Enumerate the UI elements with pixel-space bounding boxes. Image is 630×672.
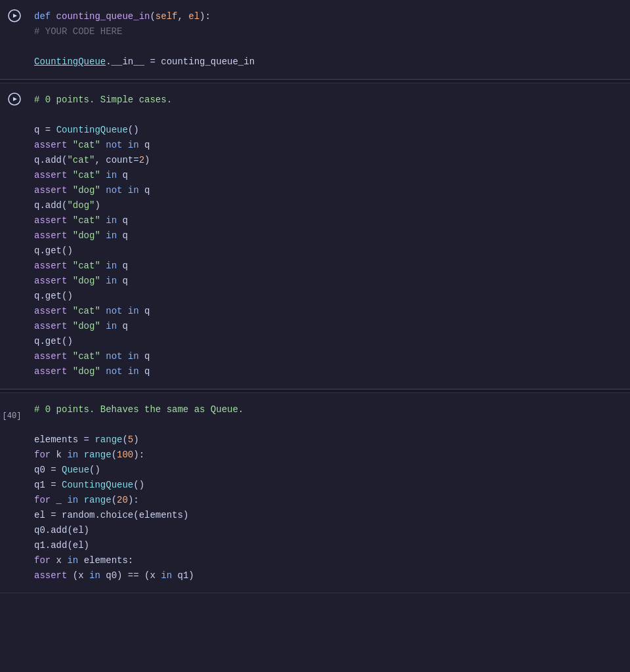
code-line: assert "cat" in q bbox=[34, 213, 620, 228]
code-token: in bbox=[67, 555, 83, 566]
code-line: def counting_queue_in(self, el): bbox=[34, 9, 620, 24]
code-token: 2 bbox=[139, 155, 144, 165]
code-token: ) bbox=[94, 200, 100, 211]
code-token: assert bbox=[34, 185, 73, 196]
code-token: "dog" bbox=[73, 185, 100, 196]
code-token: () bbox=[128, 125, 139, 135]
code-token: not in bbox=[106, 351, 138, 362]
code-token: q bbox=[139, 366, 150, 377]
code-token: .add(el) bbox=[45, 540, 89, 551]
code-token: .choice(elements) bbox=[94, 510, 188, 520]
code-token: assert bbox=[34, 215, 73, 226]
code-line: for _ in range(20): bbox=[34, 493, 620, 508]
code-token: "cat" bbox=[73, 215, 100, 226]
code-token: = bbox=[45, 465, 62, 475]
code-line: assert "dog" in q bbox=[34, 274, 620, 289]
code-token bbox=[100, 170, 106, 180]
code-token: in bbox=[106, 261, 117, 271]
code-token: () bbox=[89, 465, 100, 475]
code-token: q bbox=[117, 276, 128, 286]
code-line: assert (x in q0) == (x in q1) bbox=[34, 568, 620, 583]
code-token: "dog" bbox=[73, 366, 100, 377]
code-token bbox=[100, 351, 106, 362]
code-token: q0 bbox=[34, 465, 45, 475]
code-line: # YOUR CODE HERE bbox=[34, 24, 620, 39]
code-token: .add(el) bbox=[45, 525, 89, 536]
code-line bbox=[34, 417, 620, 432]
code-token: "cat" bbox=[73, 261, 100, 271]
code-token: random bbox=[62, 510, 94, 520]
code-token: q0) == (x bbox=[100, 570, 161, 581]
code-line: # 0 points. Behaves the same as Queue. bbox=[34, 402, 620, 417]
code-line: q.add("dog") bbox=[34, 198, 620, 213]
code-token: q bbox=[139, 140, 150, 150]
run-button-icon[interactable] bbox=[8, 93, 21, 106]
code-token bbox=[100, 140, 106, 150]
code-token: ( bbox=[122, 434, 127, 445]
code-token bbox=[100, 261, 106, 271]
cell-code-content: # 0 points. Simple cases. q = CountingQu… bbox=[29, 83, 630, 388]
code-token: ): bbox=[133, 450, 144, 460]
code-token: .add( bbox=[39, 155, 67, 165]
run-button-icon[interactable] bbox=[8, 9, 21, 22]
code-token: assert bbox=[34, 230, 73, 241]
code-token: range bbox=[84, 495, 112, 505]
code-token: q bbox=[117, 261, 128, 271]
code-line: q.get() bbox=[34, 334, 620, 349]
code-line: assert "dog" not in q bbox=[34, 364, 620, 379]
code-token: ): bbox=[200, 11, 211, 22]
code-token: range bbox=[84, 450, 112, 460]
code-line: el = random.choice(elements) bbox=[34, 508, 620, 523]
cell-code-content: # 0 points. Behaves the same as Queue. e… bbox=[29, 393, 630, 593]
notebook-cell: [40]# 0 points. Behaves the same as Queu… bbox=[0, 393, 630, 593]
code-line: assert "cat" in q bbox=[34, 259, 620, 274]
code-line: assert "cat" in q bbox=[34, 168, 620, 183]
code-token: .__in__ = counting_queue_in bbox=[106, 56, 255, 67]
code-token: in bbox=[106, 276, 117, 286]
code-token: elements: bbox=[84, 555, 134, 566]
code-token: 5 bbox=[128, 434, 133, 445]
code-line: assert "cat" not in q bbox=[34, 304, 620, 319]
code-token: for bbox=[34, 495, 56, 505]
code-token: q bbox=[139, 306, 150, 316]
code-token bbox=[100, 276, 106, 286]
code-token: "cat" bbox=[73, 306, 100, 316]
cell-code-content: def counting_queue_in(self, el): # YOUR … bbox=[29, 0, 630, 79]
code-token: ( bbox=[112, 495, 117, 505]
code-token: in bbox=[161, 570, 172, 581]
code-token bbox=[100, 215, 106, 226]
code-line: q0.add(el) bbox=[34, 523, 620, 538]
code-token: not in bbox=[106, 306, 138, 316]
code-token: q1) bbox=[172, 570, 194, 581]
notebook: def counting_queue_in(self, el): # YOUR … bbox=[0, 0, 630, 593]
code-token: not in bbox=[106, 366, 138, 377]
code-token: x bbox=[56, 555, 68, 566]
code-token: 100 bbox=[117, 450, 133, 460]
code-token: q bbox=[139, 351, 150, 362]
code-token: assert bbox=[34, 140, 73, 150]
code-token: assert bbox=[34, 306, 73, 316]
code-token: not in bbox=[106, 185, 138, 196]
svg-marker-3 bbox=[13, 97, 17, 101]
code-token: for bbox=[34, 450, 56, 460]
notebook-cell: def counting_queue_in(self, el): # YOUR … bbox=[0, 0, 630, 79]
code-token: q bbox=[117, 230, 128, 241]
code-token: assert bbox=[34, 321, 73, 331]
code-token: in bbox=[106, 230, 117, 241]
code-line: assert "dog" in q bbox=[34, 228, 620, 243]
code-line: CountingQueue.__in__ = counting_queue_in bbox=[34, 54, 620, 70]
code-token: "cat" bbox=[73, 351, 100, 362]
code-token: elements bbox=[34, 434, 78, 445]
code-token: q bbox=[117, 215, 128, 226]
code-token: assert bbox=[34, 351, 73, 362]
code-token: in bbox=[106, 170, 117, 180]
code-token: # 0 points. Simple cases. bbox=[34, 94, 172, 105]
code-line: assert "dog" not in q bbox=[34, 183, 620, 198]
code-token: 20 bbox=[117, 495, 128, 505]
code-token: , bbox=[177, 11, 188, 22]
code-token: CountingQueue bbox=[56, 125, 128, 135]
code-line: assert "cat" not in q bbox=[34, 349, 620, 364]
code-token: CountingQueue bbox=[62, 480, 133, 490]
code-line: q1.add(el) bbox=[34, 538, 620, 553]
code-token: # YOUR CODE HERE bbox=[34, 26, 122, 37]
